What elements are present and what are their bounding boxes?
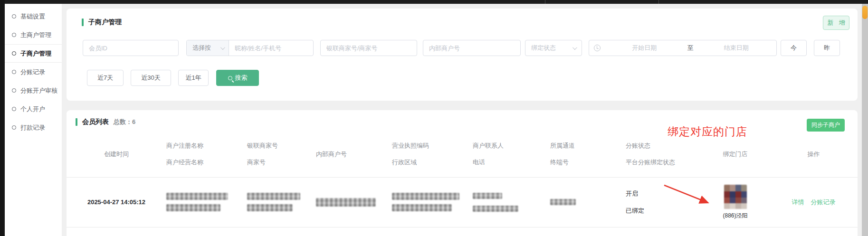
scrollbar-thumb[interactable] <box>862 6 868 19</box>
sidebar-item-label: 分账记录 <box>20 68 45 76</box>
redacted-text <box>166 193 228 200</box>
select-by-label: 选择按 <box>192 44 211 52</box>
col-header-actions: 操作 <box>777 141 850 167</box>
radio-circle-icon <box>12 14 16 19</box>
page-scrollbar[interactable] <box>862 4 868 236</box>
unionpay-field-wrap <box>320 40 417 56</box>
sidebar-item-payout-records[interactable]: 打款记录 <box>5 118 62 137</box>
redacted-text <box>316 198 376 207</box>
col-header-bound-store: 绑定门店 <box>694 141 777 167</box>
topbar-separator <box>658 0 659 4</box>
radio-circle-icon <box>12 51 16 56</box>
topbar-separator <box>545 0 545 4</box>
redacted-text <box>247 204 293 211</box>
window-left-edge <box>0 0 5 236</box>
browser-top-bar <box>0 0 868 4</box>
cell-register-name-redacted <box>157 177 240 227</box>
nickname-group: 选择按 <box>186 40 314 56</box>
sidebar-item-label: 子商户管理 <box>20 49 51 58</box>
detail-link[interactable]: 详情 <box>792 198 804 207</box>
radio-circle-icon <box>12 107 16 111</box>
radio-circle-icon <box>12 70 16 74</box>
cell-created-at: 2025-04-27 14:05:12 <box>76 177 157 227</box>
redacted-text <box>392 193 459 200</box>
chevron-down-icon <box>220 45 225 50</box>
search-icon <box>228 76 232 80</box>
title-accent-bar <box>82 19 84 26</box>
chevron-down-icon <box>572 45 577 50</box>
internal-merchant-input[interactable] <box>423 40 520 56</box>
radio-circle-icon <box>12 125 16 130</box>
col-header-register-name: 商户注册名称 商户经营名称 <box>157 141 240 167</box>
split-status-value: 开启 <box>626 189 694 198</box>
store-thumbnail-image[interactable] <box>724 185 747 209</box>
nickname-input[interactable] <box>229 40 313 56</box>
col-header-split-status: 分账状态 平台分账绑定状态 <box>620 141 694 167</box>
col-header-created-at: 创建时间 <box>76 141 157 167</box>
sidebar-item-split-account-audit[interactable]: 分账开户审核 <box>5 81 62 100</box>
date-range-picker[interactable]: 开始日期 至 结束日期 <box>589 40 777 56</box>
range-7days-button[interactable]: 近7天 <box>87 70 124 86</box>
search-button[interactable]: 搜索 <box>216 70 259 86</box>
start-date-placeholder: 开始日期 <box>604 44 685 52</box>
radio-circle-icon <box>12 33 16 37</box>
store-caption: (886)泾阳 <box>723 212 747 220</box>
table-row-divider <box>67 227 858 227</box>
member-list-panel: 会员列表 总数：6 同步子商户 绑定对应的门店 创建时间 商户注册名称 商户经营… <box>67 110 858 236</box>
range-1year-button[interactable]: 近1年 <box>178 70 209 86</box>
search-button-label: 搜索 <box>235 74 248 82</box>
redacted-text <box>550 199 576 205</box>
sidebar-item-basic-settings[interactable]: 基础设置 <box>5 7 62 26</box>
sidebar-item-label: 主商户管理 <box>20 31 51 39</box>
cell-license-redacted <box>385 177 468 227</box>
date-to-label: 至 <box>685 44 696 52</box>
radio-circle-icon <box>12 88 16 93</box>
total-count-label: 总数：6 <box>114 118 135 126</box>
redacted-text <box>473 193 502 199</box>
panel-title: 子商户管理 <box>82 18 122 27</box>
sidebar-item-sub-merchant[interactable]: 子商户管理 <box>5 44 62 63</box>
add-button[interactable]: 新 增 <box>823 16 849 30</box>
sidebar: 基础设置 主商户管理 子商户管理 分账记录 分账开户审核 个人开户 打款记录 <box>5 4 62 236</box>
sidebar-item-label: 个人开户 <box>20 105 45 113</box>
table-header: 创建时间 商户注册名称 商户经营名称 银联商家号 商家号 内部商户号 营业执照编… <box>76 141 850 167</box>
sidebar-item-label: 分账开户审核 <box>20 86 57 95</box>
redacted-text <box>166 204 220 211</box>
end-date-placeholder: 结束日期 <box>696 44 777 52</box>
cell-contact-redacted <box>468 177 544 227</box>
sidebar-item-split-records[interactable]: 分账记录 <box>5 63 62 81</box>
select-by-dropdown[interactable]: 选择按 <box>187 40 229 56</box>
col-header-contact: 商户联系人 电话 <box>468 141 544 167</box>
cell-actions: 详情 分账记录 <box>777 177 850 227</box>
cell-split-status: 开启 已绑定 <box>620 177 694 227</box>
platform-bind-status-value: 已绑定 <box>626 207 694 215</box>
table-row: 2025-04-27 14:05:12 开启 已绑定 <box>76 177 850 227</box>
range-30days-button[interactable]: 近30天 <box>131 70 171 86</box>
redacted-text <box>392 204 452 211</box>
sidebar-item-label: 打款记录 <box>20 123 45 132</box>
internal-field-wrap <box>423 40 521 56</box>
unionpay-merchant-input[interactable] <box>321 40 417 56</box>
page-title: 子商户管理 <box>88 18 122 27</box>
bind-status-dropdown[interactable]: 绑定状态 <box>525 40 582 56</box>
cell-bound-store: (886)泾阳 <box>694 177 777 227</box>
list-title: 会员列表 总数：6 <box>76 118 135 126</box>
yesterday-button[interactable]: 昨 <box>814 40 840 56</box>
bind-status-placeholder: 绑定状态 <box>531 44 556 52</box>
redacted-text <box>247 193 300 200</box>
member-id-input[interactable] <box>83 40 178 56</box>
cell-channel-redacted <box>544 177 620 227</box>
col-header-unionpay-no: 银联商家号 商家号 <box>240 141 306 167</box>
sidebar-item-main-merchant[interactable]: 主商户管理 <box>5 26 62 44</box>
sync-sub-merchant-button[interactable]: 同步子商户 <box>807 119 845 132</box>
col-header-license-code: 营业执照编码 行政区域 <box>385 141 468 167</box>
col-header-channel: 所属通道 终端号 <box>544 141 620 167</box>
sidebar-item-personal-account[interactable]: 个人开户 <box>5 100 62 118</box>
title-accent-bar <box>76 118 77 126</box>
cell-unionpay-no-redacted <box>240 177 306 227</box>
split-records-link[interactable]: 分账记录 <box>811 198 836 207</box>
filters-panel: 子商户管理 新 增 选择按 绑定状态 开始日期 至 结束日期 今 昨 近7天 近… <box>67 9 858 101</box>
sidebar-item-label: 基础设置 <box>20 12 45 21</box>
today-button[interactable]: 今 <box>781 40 807 56</box>
col-header-internal-no: 内部商户号 <box>306 141 385 167</box>
